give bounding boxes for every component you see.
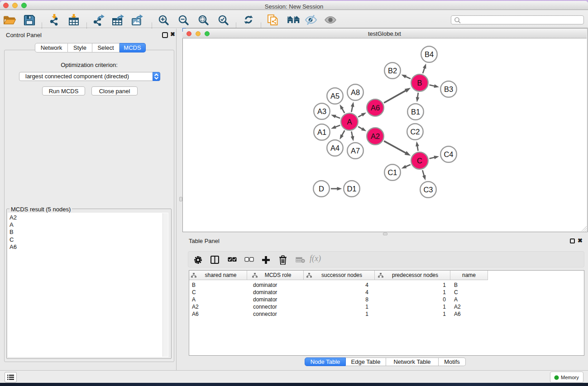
svg-text:C3: C3 (423, 186, 433, 194)
svg-text:C4: C4 (444, 150, 453, 158)
svg-text:B1: B1 (411, 108, 420, 116)
svg-text:A: A (347, 118, 352, 126)
svg-text:D: D (319, 185, 324, 193)
svg-text:C2: C2 (410, 128, 420, 136)
svg-text:A5: A5 (330, 92, 339, 100)
svg-text:D1: D1 (347, 185, 356, 193)
svg-text:C1: C1 (387, 168, 397, 176)
svg-text:B3: B3 (444, 85, 453, 93)
svg-text:A1: A1 (317, 128, 326, 136)
svg-text:A2: A2 (371, 132, 380, 140)
svg-text:C: C (417, 157, 422, 165)
svg-text:A4: A4 (330, 144, 339, 152)
svg-text:A3: A3 (317, 107, 326, 115)
svg-text:B4: B4 (425, 50, 434, 58)
svg-text:A8: A8 (351, 88, 360, 96)
svg-text:A6: A6 (371, 104, 380, 112)
svg-text:B: B (417, 79, 422, 87)
svg-text:B2: B2 (388, 67, 397, 75)
svg-text:A7: A7 (351, 147, 360, 155)
